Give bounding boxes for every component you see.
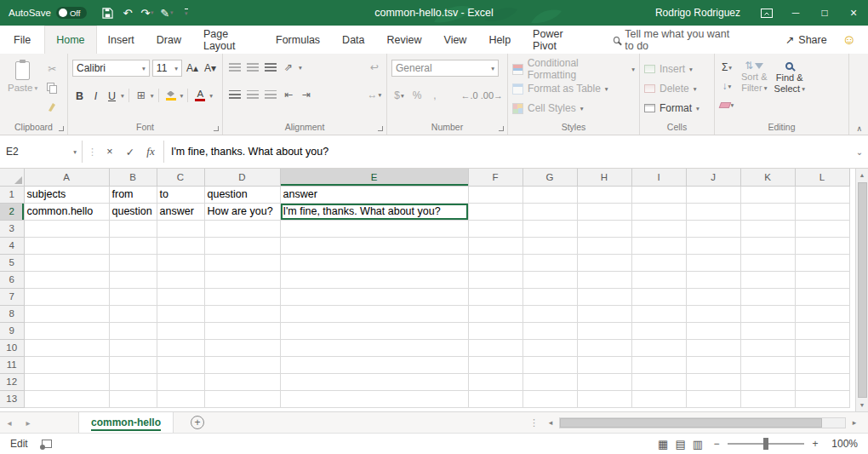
column-header-K[interactable]: K (740, 169, 795, 186)
cell-C2[interactable]: answer (157, 203, 204, 220)
cell-E9[interactable] (280, 322, 468, 339)
cell-C5[interactable] (157, 254, 204, 271)
cell-F6[interactable] (468, 271, 523, 288)
cell-D10[interactable] (204, 339, 280, 356)
cell-J4[interactable] (686, 237, 740, 254)
cell-G1[interactable] (523, 186, 577, 203)
accounting-format-button[interactable]: $▾ (391, 88, 407, 103)
cell-K10[interactable] (740, 339, 795, 356)
cell-L12[interactable] (795, 373, 849, 390)
cell-D13[interactable] (204, 390, 280, 407)
cell-K4[interactable] (740, 237, 795, 254)
cell-D11[interactable] (204, 356, 280, 373)
cell-C3[interactable] (157, 220, 204, 237)
column-header-G[interactable]: G (523, 169, 577, 186)
cell-L10[interactable] (795, 339, 849, 356)
cell-L2[interactable] (795, 203, 849, 220)
fill-color-dropdown-icon[interactable]: ▾ (180, 92, 184, 100)
row-header-7[interactable]: 7 (0, 288, 24, 305)
cell-E10[interactable] (280, 339, 468, 356)
horizontal-scrollbar-track[interactable] (559, 417, 846, 428)
row-header-8[interactable]: 8 (0, 305, 24, 322)
cell-D2[interactable]: How are you? (204, 203, 280, 220)
cut-button[interactable]: ✂ (44, 61, 60, 77)
row-header-1[interactable]: 1 (0, 186, 24, 203)
cell-B4[interactable] (109, 237, 157, 254)
row-header-10[interactable]: 10 (0, 339, 24, 356)
cell-K7[interactable] (740, 288, 795, 305)
fill-button[interactable]: ↓▾ (719, 78, 734, 94)
row-header-12[interactable]: 12 (0, 373, 24, 390)
maximize-button[interactable]: □ (810, 0, 839, 26)
cell-styles-button[interactable]: Cell Styles ▾ (512, 100, 635, 117)
cell-J3[interactable] (686, 220, 740, 237)
cell-L1[interactable] (795, 186, 849, 203)
cell-H12[interactable] (577, 373, 631, 390)
column-header-A[interactable]: A (24, 169, 109, 186)
cell-E7[interactable] (280, 288, 468, 305)
cell-L6[interactable] (795, 271, 849, 288)
row-header-3[interactable]: 3 (0, 220, 24, 237)
align-right-button[interactable] (263, 87, 278, 102)
decrease-font-size-button[interactable]: A▾ (203, 60, 218, 76)
cell-B5[interactable] (109, 254, 157, 271)
formula-input[interactable]: I'm fine, thanks. What about you? (163, 141, 851, 163)
paste-button[interactable]: Paste▾ (4, 60, 41, 119)
sort-filter-button[interactable]: ⇅ Sort & Filter▾ (741, 60, 768, 119)
cell-E3[interactable] (280, 220, 468, 237)
cell-G2[interactable] (523, 203, 577, 220)
horizontal-scrollbar-thumb[interactable] (560, 418, 822, 428)
wrap-text-button[interactable]: ↩ (367, 60, 382, 75)
cell-K12[interactable] (740, 373, 795, 390)
merge-center-button[interactable]: ↔▾ (367, 87, 382, 102)
cell-L4[interactable] (795, 237, 849, 254)
cell-I12[interactable] (631, 373, 686, 390)
name-box[interactable]: E2 ▾ (1, 141, 83, 163)
cell-J8[interactable] (686, 305, 740, 322)
save-button[interactable] (99, 3, 117, 23)
cell-E6[interactable] (280, 271, 468, 288)
cell-F2[interactable] (468, 203, 523, 220)
cell-H8[interactable] (577, 305, 631, 322)
number-format-combobox[interactable]: General ▾ (391, 60, 499, 77)
page-break-view-button[interactable]: ▥ (693, 438, 703, 451)
cell-A9[interactable] (24, 322, 109, 339)
cell-F8[interactable] (468, 305, 523, 322)
cell-D12[interactable] (204, 373, 280, 390)
cell-I6[interactable] (631, 271, 686, 288)
cell-B13[interactable] (109, 390, 157, 407)
cell-G10[interactable] (523, 339, 577, 356)
cell-J9[interactable] (686, 322, 740, 339)
cell-D3[interactable] (204, 220, 280, 237)
orientation-dropdown-icon[interactable]: ▾ (299, 64, 302, 72)
cell-A7[interactable] (24, 288, 109, 305)
tell-me-box[interactable]: Tell me what you want to do (614, 26, 734, 54)
cell-A10[interactable] (24, 339, 109, 356)
cell-A2[interactable]: common.hello (24, 203, 109, 220)
zoom-level[interactable]: 100% (829, 438, 858, 450)
cell-E5[interactable] (280, 254, 468, 271)
cell-A13[interactable] (24, 390, 109, 407)
font-color-button[interactable]: A (192, 88, 208, 103)
cell-J11[interactable] (686, 356, 740, 373)
tab-review[interactable]: Review (376, 26, 433, 54)
cell-C13[interactable] (157, 390, 204, 407)
cell-I4[interactable] (631, 237, 686, 254)
row-header-13[interactable]: 13 (0, 390, 24, 407)
zoom-out-button[interactable]: − (711, 438, 722, 450)
column-header-I[interactable]: I (631, 169, 686, 186)
cell-L5[interactable] (795, 254, 849, 271)
horizontal-scrollbar[interactable]: ⋮ ◂ ▸ (529, 417, 861, 428)
cell-I7[interactable] (631, 288, 686, 305)
cell-I5[interactable] (631, 254, 686, 271)
borders-dropdown-icon[interactable]: ▾ (151, 92, 154, 100)
cell-C12[interactable] (157, 373, 204, 390)
touch-mode-button[interactable]: ✎▾ (157, 3, 176, 23)
cell-J7[interactable] (686, 288, 740, 305)
cell-C7[interactable] (157, 288, 204, 305)
cell-L9[interactable] (795, 322, 849, 339)
scroll-up-button[interactable]: ▲ (856, 169, 868, 181)
row-header-6[interactable]: 6 (0, 271, 24, 288)
cell-E4[interactable] (280, 237, 468, 254)
column-header-J[interactable]: J (686, 169, 740, 186)
